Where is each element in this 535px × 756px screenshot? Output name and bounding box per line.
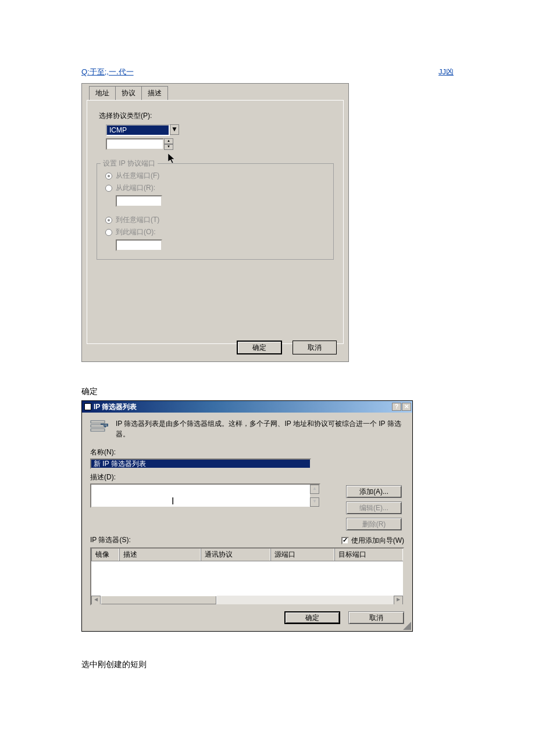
description-textarea[interactable]: I ▲ ▼ xyxy=(90,483,320,508)
filters-label: IP 筛选器(S): xyxy=(90,535,131,545)
description-label: 描述(D): xyxy=(90,472,338,482)
to-this-port-label: 到此端口(O): xyxy=(116,227,156,237)
resize-grip-icon[interactable] xyxy=(403,622,411,630)
ok-button[interactable]: 确定 xyxy=(284,611,340,624)
caption-select-rule: 选中刚创建的短则 xyxy=(81,660,454,670)
col-mirror[interactable]: 镜像 xyxy=(91,549,119,561)
protocol-type-label: 选择协议类型(P): xyxy=(99,111,336,121)
from-this-port-radio: 从此端口(R): xyxy=(105,183,329,193)
caption-confirm: 确定 xyxy=(81,386,454,397)
protocol-dropdown[interactable]: ICMP xyxy=(106,124,170,136)
ok-button[interactable]: 确定 xyxy=(237,341,282,354)
checkbox-icon xyxy=(341,537,349,544)
text-cursor-icon: I xyxy=(172,496,174,507)
tab-strip: 地址 协议 描述 xyxy=(89,87,348,100)
ip-ports-fieldset: 设置 IP 协议端口 从任意端口(F) 从此端口(R): 到任意端口(T) 到此… xyxy=(97,163,334,260)
scroll-up-icon: ▲ xyxy=(310,485,319,494)
from-any-port-label: 从任意端口(F) xyxy=(116,171,159,181)
to-this-port-radio: 到此端口(O): xyxy=(105,227,329,237)
radio-icon xyxy=(105,185,112,192)
use-wizard-checkbox[interactable]: 使用添加向导(W) xyxy=(341,536,404,546)
scroll-right-icon[interactable]: ▶ xyxy=(394,596,403,605)
to-any-port-label: 到任意端口(T) xyxy=(116,215,159,225)
protocol-number-input xyxy=(106,138,164,150)
tab-address[interactable]: 地址 xyxy=(89,86,116,100)
horizontal-scrollbar[interactable]: ◀ ▶ xyxy=(91,595,403,604)
radio-icon xyxy=(105,217,112,224)
fieldset-legend: 设置 IP 协议端口 xyxy=(101,159,158,169)
help-button[interactable]: ? xyxy=(392,403,401,411)
dropdown-arrow-icon[interactable]: ▼ xyxy=(170,124,179,135)
list-body xyxy=(91,561,403,597)
spin-up-icon: ▲ xyxy=(164,138,173,144)
filters-list[interactable]: 镜像 描述 通讯协议 源端口 目标端口 ◀ ▶ xyxy=(90,547,404,605)
col-protocol[interactable]: 通讯协议 xyxy=(201,549,270,561)
radio-icon xyxy=(105,173,112,180)
spin-down-icon: ▼ xyxy=(164,144,173,150)
ip-filter-list-dialog: IP 筛选器列表 ? ✕ IP 筛选器列表是由多个筛选器组成。这样，多个子网、I… xyxy=(81,400,413,632)
window-title: IP 筛选器列表 xyxy=(94,402,137,412)
use-wizard-label: 使用添加向导(W) xyxy=(351,536,404,546)
tab-protocol[interactable]: 协议 xyxy=(115,86,142,100)
col-dest-port[interactable]: 目标端口 xyxy=(334,549,403,561)
svg-rect-0 xyxy=(91,421,105,423)
cancel-button[interactable]: 取消 xyxy=(348,611,404,624)
name-label: 名称(N): xyxy=(90,447,404,457)
scroll-thumb[interactable] xyxy=(101,596,217,605)
name-input[interactable]: 新 IP 筛选器列表 xyxy=(90,458,311,469)
page-header: Q:于至;,一.代一 JJ凶 xyxy=(81,67,454,78)
from-port-input xyxy=(116,195,162,207)
cursor-arrow-icon xyxy=(168,153,176,166)
header-link-right[interactable]: JJ凶 xyxy=(438,67,454,77)
to-any-port-radio: 到任意端口(T) xyxy=(105,215,329,225)
radio-icon xyxy=(105,229,112,236)
col-source-port[interactable]: 源端口 xyxy=(270,549,334,561)
scroll-left-icon[interactable]: ◀ xyxy=(91,596,101,605)
to-port-input xyxy=(116,239,162,251)
filter-list-icon xyxy=(90,418,109,437)
from-any-port-radio: 从任意端口(F) xyxy=(105,171,329,181)
app-icon xyxy=(84,403,91,410)
tab-description[interactable]: 描述 xyxy=(141,86,168,100)
delete-button: 删除(R) xyxy=(346,518,402,531)
edit-button: 编辑(E)... xyxy=(346,501,402,514)
close-button[interactable]: ✕ xyxy=(402,403,411,411)
cancel-button[interactable]: 取消 xyxy=(293,341,337,354)
header-link-left[interactable]: Q:于至;,一.代一 xyxy=(81,67,134,77)
scroll-down-icon: ▼ xyxy=(310,497,319,507)
svg-rect-2 xyxy=(91,429,105,431)
info-text: IP 筛选器列表是由多个筛选器组成。这样，多个子网、IP 地址和协议可被综合进一… xyxy=(116,418,404,439)
col-description[interactable]: 描述 xyxy=(119,549,201,561)
filter-properties-dialog: 地址 协议 描述 选择协议类型(P): ICMP▼ ▲▼ 设置 IP 协议端口 … xyxy=(81,83,349,362)
tab-panel-protocol: 选择协议类型(P): ICMP▼ ▲▼ 设置 IP 协议端口 从任意端口(F) … xyxy=(87,100,344,344)
list-header: 镜像 描述 通讯协议 源端口 目标端口 xyxy=(91,549,403,561)
titlebar: IP 筛选器列表 ? ✕ xyxy=(82,401,412,413)
svg-rect-1 xyxy=(91,425,105,427)
add-button[interactable]: 添加(A)... xyxy=(346,485,402,498)
from-this-port-label: 从此端口(R): xyxy=(116,183,155,193)
